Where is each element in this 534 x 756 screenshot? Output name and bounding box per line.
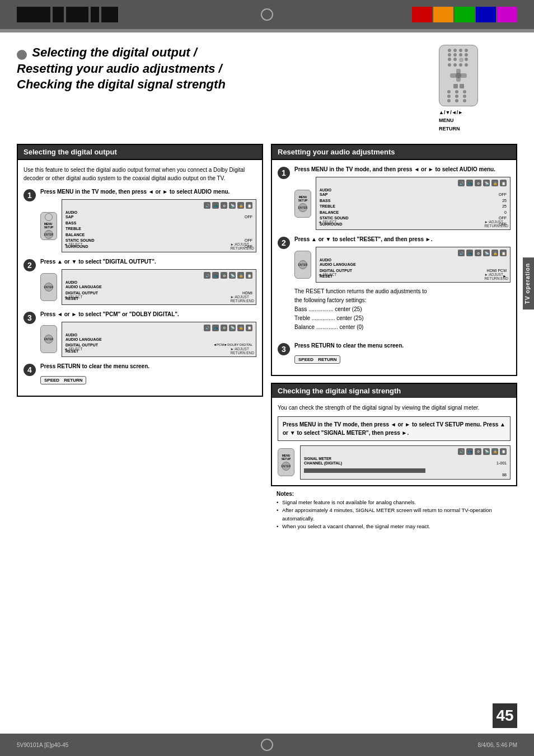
digital-output-section: Selecting the digital output Use this fe… [17,144,263,397]
page-title-section: Selecting the digital output / Resetting… [17,45,517,133]
title-line1: Selecting the digital output / [32,45,197,59]
remote-illustration [439,45,478,106]
top-header [0,0,534,29]
left-step-2: 2 Press ▲ or ▼ to select "DIGITAL OUTPUT… [24,258,256,305]
page-title: Selecting the digital output / Resetting… [17,45,226,91]
grey-band [0,29,534,32]
step-1-tv-screen: 🔊📺⚙📡🔒📋 AUDIO SAPOFF BASS TREBLE BALANCE … [62,199,256,252]
digital-output-body: Use this feature to select the digital a… [18,160,262,396]
step-2-remote: ENTER [40,273,57,301]
step-4-instruction: Press RETURN to clear the menu screen. [40,363,256,370]
return-label: RETURN [439,125,463,133]
main-content: Selecting the digital output / Resetting… [0,34,534,542]
right-column: Resetting your audio adjustments 1 Press… [271,144,517,530]
reset-return-button-visual: SPEEDRETURN [294,355,340,364]
reset-step-3-number: 3 [278,343,290,355]
step-2-tv-screen: 🔊📺⚙📡🔒📋 AUDIO AUDIO LANGUAGE DIGITAL OUTP… [62,269,256,305]
title-remote-icon-area: ▲/▼/◄/► MENU RETURN [439,45,517,133]
step-2-instruction: Press ▲ or ▼ to select "DIGITAL OUTPUT". [40,258,256,266]
step-2-number: 2 [24,259,36,271]
header-bars [17,7,118,22]
step-1-screen: MENUSETUP ENTER 🔊📺⚙📡🔒📋 AUDIO [40,199,256,252]
step-1-instruction: Press MENU in the TV mode, then press ◄ … [40,188,256,196]
step-2-screen: ENTER 🔊📺⚙📡🔒📋 AUDIO AUDIO LANGUAGE [40,269,256,305]
footer-right: 8/4/06, 5:46 PM [477,742,517,748]
notes-section: Notes: Signal meter feature is not avail… [271,491,517,530]
reset-exp-treble: Treble ............... center (25) [294,315,364,321]
step-1-number: 1 [24,189,36,201]
signal-body: You can check the strength of the digita… [272,398,516,486]
reset-explanation: The RESET function returns the audio adj… [294,287,510,332]
signal-intro: You can check the strength of the digita… [278,403,510,412]
reset-step-3-instruction: Press RETURN to clear the menu screen. [294,342,510,350]
footer-circle-decoration [261,739,273,751]
step-1-content: Press MENU in the TV mode, then press ◄ … [40,188,256,252]
header-circle-decoration [261,8,273,21]
signal-heading: Checking the digital signal strength [272,384,516,398]
note-item-1: Signal meter feature is not available fo… [277,499,512,506]
left-step-1: 1 Press MENU in the TV mode, then press … [24,188,256,252]
reset-step-3-content: Press RETURN to clear the menu screen. S… [294,342,510,364]
signal-bar-value: 88 [304,473,507,477]
arrows-label: ▲/▼/◄/► [439,109,463,116]
note-item-3: When you select a vacant channel, the si… [277,523,512,530]
left-step-4: 4 Press RETURN to clear the menu screen.… [24,363,256,384]
return-button-visual: SPEEDRETURN [40,376,86,384]
signal-channel-value: 1-001 [496,461,507,467]
step-3-screen: ENTER 🔊📺⚙📡🔒📋 AUDIO AUDIO LANGUAGE [40,322,256,358]
reset-step-2-number: 2 [278,237,290,249]
footer-left: 5V90101A [E]p40-45 [17,742,68,748]
title-text-block: Selecting the digital output / Resetting… [17,45,428,93]
step-3-remote: ENTER [40,325,57,353]
step-2-content: Press ▲ or ▼ to select "DIGITAL OUTPUT".… [40,258,256,305]
reset-step-2-tv-screen: 🔊📺⚙📡🔒📋 AUDIO AUDIO LANGUAGE DIGITAL OUTP… [316,247,510,283]
bottom-footer: 5V90101A [E]p40-45 8/4/06, 5:46 PM [0,734,534,756]
reset-exp-bass: Bass ................ center (25) [294,306,362,312]
reset-exp-balance: Balance .............. center (0) [294,324,363,330]
color-blocks [412,7,517,22]
signal-instruction: Press MENU in the TV mode, then press ◄ … [278,416,510,441]
notes-title: Notes: [277,491,512,497]
step-4-content: Press RETURN to clear the menu screen. S… [40,363,256,384]
remote-dpad [450,69,467,82]
digital-output-heading: Selecting the digital output [18,145,262,160]
remote-labels: ▲/▼/◄/► MENU RETURN [439,109,463,133]
menu-text: MENU [439,118,454,123]
signal-channel-label: CHANNEL (DIGITAL) [304,461,342,467]
reset-exp-line1: The RESET function returns the audio adj… [294,288,427,294]
reset-step-2-instruction: Press ▲ or ▼ to select "RESET", and then… [294,236,510,243]
signal-screen-row: MENUSETUP ENTER 🔊📺⚙📡🔒📋 SIGNAL METER CHAN… [278,445,510,480]
signal-remote: MENUSETUP ENTER [278,448,294,476]
step-3-tv-screen: 🔊📺⚙📡🔒📋 AUDIO AUDIO LANGUAGE DIGITAL OUTP… [62,322,256,358]
remote-dots-grid [448,49,469,67]
reset-step-1: 1 Press MENU in the TV mode, and then pr… [278,166,510,230]
title-bullet-icon [17,50,27,60]
reset-step-1-tv-screen: 🔊📺⚙📡🔒📋 AUDIO SAPOFF BASS25 TREBLE25 BALA… [316,177,510,230]
left-column: Selecting the digital output Use this fe… [17,144,263,530]
reset-section: Resetting your audio adjustments 1 Press… [271,144,517,376]
return-text: RETURN [439,126,460,132]
digital-output-intro: Use this feature to select the digital a… [24,166,256,182]
reset-step-2-remote: ENTER [294,251,311,279]
signal-section: Checking the digital signal strength You… [271,383,517,487]
reset-step-2: 2 Press ▲ or ▼ to select "RESET", and th… [278,236,510,336]
two-columns: Selecting the digital output Use this fe… [17,144,517,530]
reset-exp-line2: the following factory settings: [294,297,366,303]
signal-tv-screen: 🔊📺⚙📡🔒📋 SIGNAL METER CHANNEL (DIGITAL) 1-… [300,445,510,480]
reset-step-1-remote: MENUSETUP ENTER [294,190,311,218]
notes-list: Signal meter feature is not available fo… [277,499,512,530]
side-tab: TV operation [523,257,534,309]
title-line3: Checking the digital signal strength [17,77,226,91]
reset-step-1-screen: MENUSETUP ENTER 🔊📺⚙📡🔒📋 AUDIO [294,177,510,230]
step-3-content: Press ◄ or ► to select "PCM" or "DOLBY D… [40,311,256,358]
reset-step-3: 3 Press RETURN to clear the menu screen.… [278,342,510,364]
note-item-2: After approximately 4 minutes, SIGNAL ME… [277,506,512,523]
arrows-symbol: ▲/▼/◄/► [439,110,463,115]
reset-step-1-content: Press MENU in the TV mode, and then pres… [294,166,510,230]
reset-body: 1 Press MENU in the TV mode, and then pr… [272,160,516,375]
step-4-number: 4 [24,364,36,376]
step-3-instruction: Press ◄ or ► to select "PCM" or "DOLBY D… [40,311,256,318]
reset-step-2-content: Press ▲ or ▼ to select "RESET", and then… [294,236,510,336]
left-step-3: 3 Press ◄ or ► to select "PCM" or "DOLBY… [24,311,256,358]
page-number: 45 [493,703,517,728]
